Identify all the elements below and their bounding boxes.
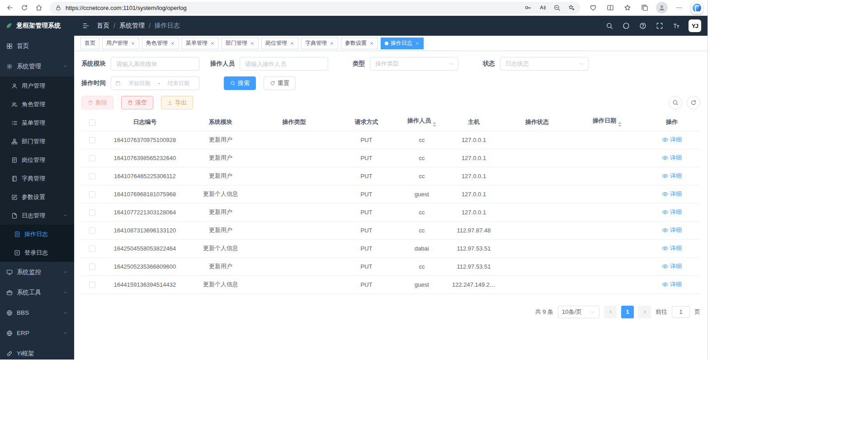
detail-link[interactable]: 详细	[662, 208, 682, 216]
tab-role[interactable]: 角色管理	[142, 38, 179, 49]
read-aloud-icon[interactable]	[539, 4, 546, 11]
sidebar-item-log[interactable]: 日志管理	[0, 206, 74, 225]
row-checkbox[interactable]	[89, 209, 95, 216]
tab-dict[interactable]: 字典管理	[301, 38, 338, 49]
sidebar-toggle-button[interactable]	[80, 20, 91, 31]
sidebar-item-home[interactable]: 首页	[0, 36, 74, 56]
close-tab-icon[interactable]	[329, 41, 334, 46]
home-button[interactable]	[32, 1, 46, 14]
select-all-checkbox[interactable]	[89, 119, 95, 126]
sidebar-item-operlog[interactable]: 操作日志	[0, 225, 74, 243]
detail-link[interactable]: 详细	[662, 244, 682, 252]
detail-link[interactable]: 详细	[662, 172, 682, 180]
row-checkbox[interactable]	[89, 137, 95, 143]
detail-link[interactable]: 详细	[662, 262, 682, 270]
sidebar-item-param[interactable]: 参数设置	[0, 188, 74, 206]
more-menu-button[interactable]	[672, 1, 686, 14]
favorites-button[interactable]	[620, 1, 635, 14]
close-tab-icon[interactable]	[170, 41, 175, 46]
tab-post[interactable]: 岗位管理	[261, 38, 298, 49]
detail-link[interactable]: 详细	[662, 280, 682, 289]
header-search-button[interactable]	[605, 21, 614, 30]
profile-button[interactable]	[655, 1, 669, 14]
next-page-button[interactable]	[638, 306, 651, 318]
close-tab-icon[interactable]	[415, 41, 420, 46]
split-screen-button[interactable]	[603, 1, 618, 14]
reset-button[interactable]: 重置	[264, 76, 296, 90]
tab-menu[interactable]: 菜单管理	[182, 38, 219, 49]
sidebar-item-user[interactable]: 用户管理	[0, 76, 74, 95]
sidebar-item-tools[interactable]: 系统工具	[0, 282, 74, 303]
url-text[interactable]: https://ccnetcore.com:1101/system/log/op…	[66, 5, 520, 11]
tab-operlog[interactable]: 操作日志	[381, 38, 424, 49]
sidebar-item-post[interactable]: 岗位管理	[0, 151, 74, 169]
toggle-search-button[interactable]	[669, 96, 682, 109]
breadcrumb-system[interactable]: 系统管理	[119, 22, 145, 30]
close-tab-icon[interactable]	[210, 41, 215, 46]
sidebar-item-loginlog[interactable]: 登录日志	[0, 243, 74, 262]
row-checkbox[interactable]	[89, 227, 95, 234]
page-1-button[interactable]: 1	[621, 306, 634, 318]
address-bar[interactable]: https://ccnetcore.com:1101/system/log/op…	[50, 2, 580, 14]
sidebar-item-bbs[interactable]: BBS	[0, 303, 74, 323]
tab-home[interactable]: 首页	[80, 38, 99, 49]
sidebar-item-label: 系统管理	[17, 62, 41, 71]
delete-button[interactable]: 删除	[81, 96, 113, 109]
browser-essentials-button[interactable]	[586, 1, 600, 14]
export-button[interactable]: 导出	[161, 96, 193, 109]
close-tab-icon[interactable]	[250, 41, 255, 46]
sort-icons[interactable]	[618, 122, 622, 127]
password-key-icon[interactable]	[524, 4, 532, 11]
sidebar-item-erp[interactable]: ERP	[0, 323, 74, 343]
help-button[interactable]	[638, 21, 647, 30]
sidebar-item-system[interactable]: 系统管理	[0, 56, 74, 76]
collections-button[interactable]	[637, 1, 652, 14]
detail-link[interactable]: 详细	[662, 136, 682, 144]
close-tab-icon[interactable]	[130, 41, 135, 46]
row-checkbox[interactable]	[89, 264, 95, 270]
refresh-table-button[interactable]	[687, 96, 700, 109]
module-input[interactable]	[111, 57, 199, 71]
goto-page-input[interactable]	[672, 306, 690, 318]
row-checkbox[interactable]	[89, 155, 95, 161]
tab-dept[interactable]: 部门管理	[222, 38, 259, 49]
clear-button[interactable]: 清空	[121, 96, 153, 109]
back-button[interactable]	[3, 1, 17, 14]
search-button[interactable]: 搜索	[224, 76, 256, 90]
detail-link[interactable]: 详细	[662, 190, 682, 198]
close-tab-icon[interactable]	[369, 41, 374, 46]
copilot-button[interactable]	[691, 2, 703, 14]
sidebar-item-dict[interactable]: 字典管理	[0, 169, 74, 188]
type-select[interactable]: 操作类型	[370, 57, 458, 71]
date-range-picker[interactable]: 开始日期 - 结束日期	[111, 76, 199, 90]
row-checkbox[interactable]	[89, 282, 95, 288]
operator-input[interactable]	[240, 57, 328, 71]
column-operator[interactable]: 操作人员	[399, 114, 444, 131]
row-checkbox[interactable]	[89, 191, 95, 198]
prev-page-button[interactable]	[604, 306, 617, 318]
font-size-button[interactable]	[672, 21, 681, 30]
github-button[interactable]	[622, 21, 631, 30]
sidebar-item-menu[interactable]: 菜单管理	[0, 114, 74, 132]
app-logo[interactable]: 意框架管理系统	[0, 16, 74, 36]
breadcrumb-home[interactable]: 首页	[97, 22, 109, 30]
sidebar-item-monitor[interactable]: 系统监控	[0, 262, 74, 282]
sidebar-item-yi[interactable]: Yi框架	[0, 343, 74, 360]
sort-icons[interactable]	[433, 122, 436, 127]
fullscreen-button[interactable]	[655, 21, 664, 30]
row-checkbox[interactable]	[89, 173, 95, 180]
tab-user[interactable]: 用户管理	[102, 38, 139, 49]
column-date[interactable]: 操作日期	[571, 114, 643, 131]
add-favorite-icon[interactable]	[568, 4, 575, 11]
page-size-select[interactable]: 10条/页	[558, 306, 599, 318]
sidebar-item-dept[interactable]: 部门管理	[0, 132, 74, 151]
tab-param[interactable]: 参数设置	[341, 38, 378, 49]
status-select[interactable]: 日志状态	[500, 57, 589, 71]
detail-link[interactable]: 详细	[662, 154, 682, 162]
detail-link[interactable]: 详细	[662, 226, 682, 234]
row-checkbox[interactable]	[89, 246, 95, 252]
zoom-out-icon[interactable]	[553, 4, 561, 11]
reload-button[interactable]	[17, 1, 32, 14]
close-tab-icon[interactable]	[289, 41, 294, 46]
sidebar-item-role[interactable]: 角色管理	[0, 95, 74, 114]
